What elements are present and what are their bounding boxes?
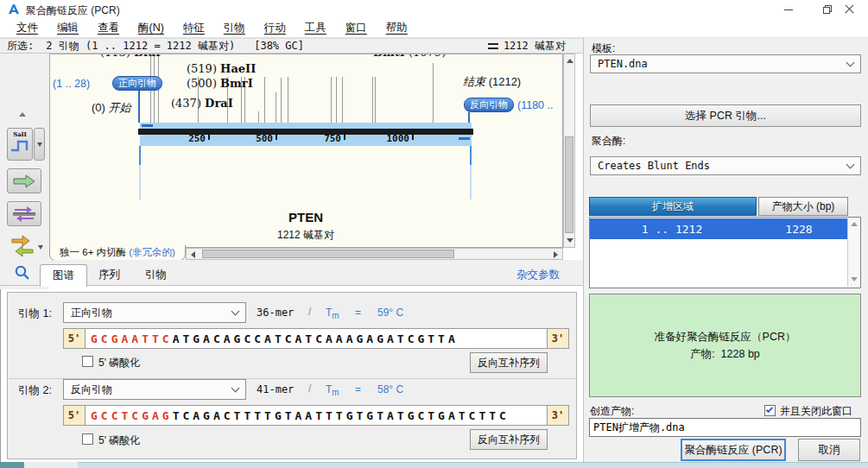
primer2-type-dropdown[interactable]: 反向引物 (63, 379, 246, 400)
primer-pair-icon (11, 206, 37, 222)
minimize-button[interactable] (769, 0, 808, 19)
primer-tool-button[interactable] (7, 201, 41, 226)
map-hscrollbar[interactable] (186, 248, 563, 260)
enzyme-name: BfaI (134, 54, 161, 59)
menu-view[interactable]: 查看 (88, 19, 129, 37)
primer1-mer: 36-mer (257, 307, 294, 319)
status-line1: 准备好聚合酶链反应（PCR） (655, 330, 796, 345)
primer2-tm: Tm (326, 383, 339, 397)
reverse-primer-badge[interactable]: 反向引物 (464, 98, 514, 112)
primer1-label: 引物 1: (18, 307, 52, 321)
map-hscrollbar-thumb[interactable] (202, 250, 454, 258)
scroll-right-arrow-icon[interactable] (554, 251, 558, 258)
primer2-revcomp-button[interactable]: 反向互补序列 (470, 429, 548, 450)
reverse-primer-mark (459, 137, 470, 140)
hybridization-params-link[interactable]: 杂交参数 (516, 268, 560, 282)
menu-edit[interactable]: 编辑 (48, 19, 88, 37)
enzyme-name: BmrI (220, 77, 253, 90)
feature-arrow-icon (12, 174, 36, 188)
product-size-column-header[interactable]: 产物大小 (bp) (758, 197, 848, 216)
scroll-up-arrow-icon[interactable] (851, 222, 858, 226)
tab-map[interactable]: 图谱 (40, 264, 87, 287)
primer1-phosphorylated-checkbox[interactable] (82, 356, 93, 367)
primer2-sequence-field[interactable]: GCCTCGAGTCAGACTTTTGTAATTTGTGTATGCTGATCTT… (85, 405, 548, 426)
menu-file[interactable]: 文件 (7, 19, 48, 37)
amplicon-region: 1 .. 1212 (590, 223, 754, 236)
polymerase-dropdown[interactable]: Creates Blunt Ends (590, 156, 861, 175)
choose-pcr-primers-button[interactable]: 选择 PCR 引物... (590, 104, 861, 127)
scroll-left-arrow-icon[interactable] (191, 251, 195, 258)
feature-tool-button[interactable] (7, 168, 41, 193)
menu-window[interactable]: 窗口 (336, 19, 377, 37)
primer2-phosphorylated-checkbox[interactable] (82, 433, 93, 445)
primer1-type-dropdown[interactable]: 正向引物 (63, 302, 246, 323)
close-button[interactable] (829, 0, 868, 19)
primer1-phosphorylated-label: 5' 磷酸化 (98, 356, 140, 370)
menu-tools[interactable]: 工具 (295, 19, 336, 37)
selection-label: 所选: (7, 39, 34, 54)
menu-help[interactable]: 帮助 (377, 19, 417, 37)
enzyme-tool-dropdown[interactable] (34, 128, 45, 161)
scroll-up-arrow-icon[interactable] (567, 59, 573, 63)
scroll-up-icon[interactable] (19, 112, 26, 117)
ruler-tick (412, 130, 414, 140)
enzyme-filter-label: 独一 6+ 内切酶 (60, 246, 129, 259)
pcr-status-box: 准备好聚合酶链反应（PCR） 产物: 1228 bp (589, 294, 861, 397)
enzyme-site-line (375, 77, 376, 123)
selection-edge-left (139, 146, 141, 165)
sequence-map[interactable]: (113) BfaI BmtI (1079) (519) HaeII (500)… (49, 54, 563, 248)
enzyme-pos: (1079) (409, 54, 446, 59)
window-title: 聚合酶链反应 (PCR) (26, 3, 120, 18)
enzyme-filter-tab[interactable]: 独一 6+ 内切酶 (非冗余的) (49, 245, 186, 261)
cancel-button[interactable]: 取消 (798, 439, 860, 461)
scroll-down-arrow-icon[interactable] (851, 277, 858, 281)
insert-primers-icon[interactable] (10, 234, 35, 258)
scroll-down-arrow-icon[interactable] (567, 238, 573, 243)
tab-sequence[interactable]: 序列 (86, 264, 132, 286)
enzyme-site-line (288, 77, 288, 123)
pcr-window: 聚合酶链反应 (PCR) 文件 编辑 查看 酶(N) 特征 引物 行动 工具 窗… (0, 0, 868, 468)
nonredundant-link[interactable]: (非冗余的) (129, 246, 175, 259)
enzyme-tool-button[interactable]: SalI (7, 128, 33, 161)
close-window-label: 并且关闭此窗口 (780, 404, 852, 419)
amplicon-column-header[interactable]: 扩增区域 (589, 197, 757, 216)
close-window-checkbox[interactable] (764, 405, 776, 416)
tab-primers[interactable]: 引物 (133, 264, 179, 286)
menu-actions[interactable]: 行动 (255, 19, 295, 37)
primer1-revcomp-button[interactable]: 反向互补序列 (470, 352, 548, 373)
enzyme-site-line (342, 77, 343, 123)
enzyme-name: BmtI (373, 54, 405, 59)
amplicon-row[interactable]: 1 .. 1212 1228 (590, 218, 847, 239)
list-vscrollbar[interactable] (847, 218, 859, 287)
amplicon-list[interactable]: 1 .. 1212 1228 (589, 217, 861, 288)
primer2-slash: / (308, 383, 311, 395)
menu-primers[interactable]: 引物 (214, 19, 255, 37)
create-product-label: 创造产物: (590, 404, 634, 419)
selection-edge-right-fade (470, 165, 472, 199)
forward-primer-mark (142, 124, 153, 127)
enzyme-site-line (276, 92, 276, 123)
enzyme-site-line (372, 77, 373, 123)
primers-group-box: 引物 1: 正向引物 36-mer / Tm = 59° C 5' GCGAAT… (7, 292, 577, 459)
template-dropdown[interactable]: PTEN.dna (590, 54, 861, 73)
primer1-sequence-field[interactable]: GCGAATTCATGACAGCCATCATCAAAGAGATCGTTA (85, 328, 548, 349)
title-bar: 聚合酶链反应 (PCR) (0, 0, 868, 19)
primer1-tm-eq: = (355, 307, 361, 319)
map-vscrollbar[interactable] (563, 54, 575, 248)
menu-features[interactable]: 特征 (174, 19, 214, 37)
enzyme-site-line (331, 77, 332, 123)
start-label: (0) 开始 (92, 100, 131, 116)
ruler-label: 750 (307, 133, 341, 144)
product-filename-input[interactable] (589, 418, 861, 437)
insert-primers-dropdown-icon[interactable] (38, 245, 43, 250)
enzyme-label-haeii: (519) HaeII (187, 62, 256, 75)
map-vscrollbar-thumb[interactable] (565, 136, 573, 233)
enzyme-label-clipped-left: (113) BfaI (100, 54, 161, 59)
zoom-icon[interactable] (14, 264, 31, 281)
selection-edge-left-fade (139, 165, 141, 199)
run-pcr-button[interactable]: 聚合酶链反应 (PCR) (681, 439, 786, 461)
primer1-seq-rest: ATGACAGCCATCATCAAAGAGATCGTTA (173, 332, 459, 345)
primer2-5prime-box: 5' (63, 405, 86, 426)
forward-primer-badge[interactable]: 正向引物 (112, 76, 162, 91)
menu-enzymes[interactable]: 酶(N) (129, 19, 174, 37)
